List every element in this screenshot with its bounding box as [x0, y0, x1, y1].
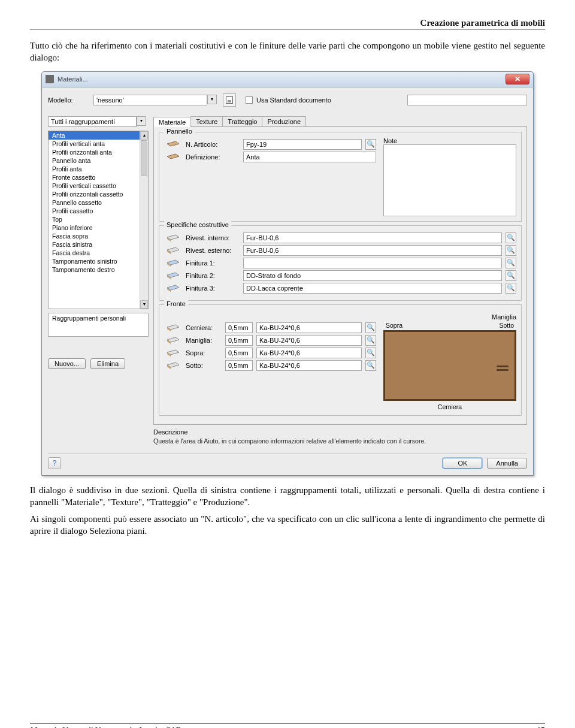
search-icon[interactable]: 🔍: [365, 322, 376, 333]
fronte-label: Sotto:: [186, 362, 222, 369]
search-icon[interactable]: 🔍: [506, 258, 516, 268]
group-fronte: Fronte Cerniera:🔍Maniglia:🔍Sopra:🔍Sotto:…: [159, 304, 522, 416]
list-item[interactable]: Profili cassetto: [49, 207, 148, 215]
save-button[interactable]: [223, 93, 236, 107]
tab-strip: Materiale Texture Tratteggio Produzione: [153, 116, 527, 127]
description-section: Descrizione Questa è l'area di Aiuto, in…: [153, 428, 527, 445]
scrollbar[interactable]: ▴ ▾: [140, 131, 148, 309]
new-button[interactable]: Nuovo...: [48, 358, 86, 369]
help-icon: ?: [53, 459, 57, 467]
list-item[interactable]: Fascia destra: [49, 249, 148, 257]
spec-field[interactable]: [243, 258, 502, 268]
n-articolo-field[interactable]: [243, 139, 362, 150]
use-standard-label: Usa Standard documento: [256, 96, 331, 104]
intro-paragraph: Tutto ciò che ha riferimento con i mater…: [30, 40, 545, 64]
tab-tratteggio[interactable]: Tratteggio: [222, 116, 262, 126]
chevron-down-icon[interactable]: ▾: [137, 116, 146, 126]
fronte-offset-field[interactable]: [225, 348, 253, 358]
scroll-up-icon[interactable]: ▴: [140, 131, 148, 140]
group-pannello: Pannello N. Articolo: �: [159, 132, 522, 222]
app-icon: [46, 75, 54, 83]
tab-materiale[interactable]: Materiale: [153, 117, 191, 127]
list-item[interactable]: Pannello anta: [49, 156, 148, 165]
edge-icon: [164, 349, 182, 357]
fronte-offset-field[interactable]: [225, 335, 253, 346]
fronte-value-field[interactable]: [256, 348, 362, 358]
door-preview: [383, 330, 516, 401]
note-label: Note: [383, 137, 516, 144]
list-item[interactable]: Tamponamento sinistro: [49, 257, 148, 265]
spec-field[interactable]: [243, 232, 502, 243]
list-item[interactable]: Pannello cassetto: [49, 198, 148, 207]
search-icon[interactable]: 🔍: [506, 270, 516, 281]
spec-field[interactable]: [243, 270, 502, 281]
spec-field[interactable]: [243, 245, 502, 256]
list-item[interactable]: Fronte cassetto: [49, 173, 148, 182]
definizione-label: Definizione:: [186, 153, 240, 161]
list-item[interactable]: Profili verticali cassetto: [49, 182, 148, 190]
groups-listbox[interactable]: AntaProfili verticali antaProfili orizzo…: [48, 131, 149, 309]
tab-texture[interactable]: Texture: [190, 116, 223, 126]
list-item[interactable]: Fascia sinistra: [49, 240, 148, 249]
edge-icon: [164, 336, 182, 345]
list-item[interactable]: Tamponamento destro: [49, 265, 148, 274]
use-standard-checkbox[interactable]: [246, 96, 253, 104]
personal-groups-box[interactable]: Raggruppamenti personali: [48, 313, 149, 337]
scroll-down-icon[interactable]: ▾: [140, 300, 148, 309]
fronte-row: Sotto:🔍: [164, 360, 376, 371]
search-icon[interactable]: 🔍: [506, 232, 516, 243]
handle-icon: [497, 369, 509, 371]
tab-produzione[interactable]: Produzione: [262, 116, 306, 126]
fronte-label: Maniglia:: [186, 337, 222, 344]
ok-button[interactable]: OK: [443, 458, 482, 469]
list-item[interactable]: Profili verticali anta: [49, 140, 148, 148]
fronte-value-field[interactable]: [256, 360, 362, 371]
note-textarea[interactable]: [383, 144, 516, 216]
spec-label: Finitura 2:: [186, 272, 240, 279]
svg-marker-1: [167, 154, 179, 159]
spec-field[interactable]: [243, 283, 502, 294]
surface-icon: [164, 234, 182, 242]
list-item[interactable]: Anta: [49, 131, 148, 140]
top-right-field[interactable]: [407, 95, 527, 105]
list-item[interactable]: Profili orizzontali anta: [49, 148, 148, 156]
definizione-field[interactable]: [243, 152, 376, 162]
spec-label: Rivest. esterno:: [186, 247, 240, 254]
search-icon[interactable]: 🔍: [506, 245, 516, 256]
spec-row: Rivest. interno:🔍: [164, 232, 516, 243]
close-button[interactable]: ✕: [506, 74, 529, 84]
groups-combo[interactable]: [48, 116, 137, 127]
search-icon[interactable]: 🔍: [365, 348, 376, 358]
model-combo[interactable]: [93, 95, 207, 105]
list-item[interactable]: Fascia sopra: [49, 232, 148, 240]
svg-marker-0: [167, 141, 179, 146]
group-pannello-legend: Pannello: [164, 128, 195, 135]
help-button[interactable]: ?: [48, 457, 61, 469]
group-fronte-legend: Fronte: [164, 300, 188, 307]
page-footer: Manuale Utente di Vectorworks InteriorCA…: [30, 723, 545, 729]
list-item[interactable]: Profili anta: [49, 165, 148, 173]
scroll-thumb[interactable]: [141, 140, 147, 176]
fronte-row: Cerniera:🔍: [164, 322, 376, 333]
fronte-value-field[interactable]: [256, 335, 362, 346]
delete-button[interactable]: Elimina: [90, 358, 125, 369]
fronte-offset-field[interactable]: [225, 360, 253, 371]
search-icon[interactable]: 🔍: [506, 283, 516, 294]
list-item[interactable]: Top: [49, 215, 148, 223]
cancel-button[interactable]: Annulla: [487, 458, 527, 469]
search-icon[interactable]: 🔍: [365, 360, 376, 371]
chevron-down-icon[interactable]: ▾: [207, 95, 217, 104]
search-icon[interactable]: 🔍: [365, 335, 376, 346]
surface-icon: [164, 246, 182, 255]
surface-icon: [164, 284, 182, 292]
group-specifiche-legend: Specifiche costruttive: [164, 221, 231, 228]
search-icon[interactable]: 🔍: [365, 139, 376, 150]
list-item[interactable]: Piano inferiore: [49, 223, 148, 232]
preview-title: Maniglia: [383, 313, 516, 321]
edge-icon: [164, 361, 182, 370]
fronte-row: Maniglia:🔍: [164, 335, 376, 346]
body-paragraph-1: Il dialogo è suddiviso in due sezioni. Q…: [30, 484, 545, 509]
fronte-value-field[interactable]: [256, 322, 362, 333]
list-item[interactable]: Profili orizzontali cassetto: [49, 190, 148, 198]
fronte-offset-field[interactable]: [225, 322, 253, 333]
